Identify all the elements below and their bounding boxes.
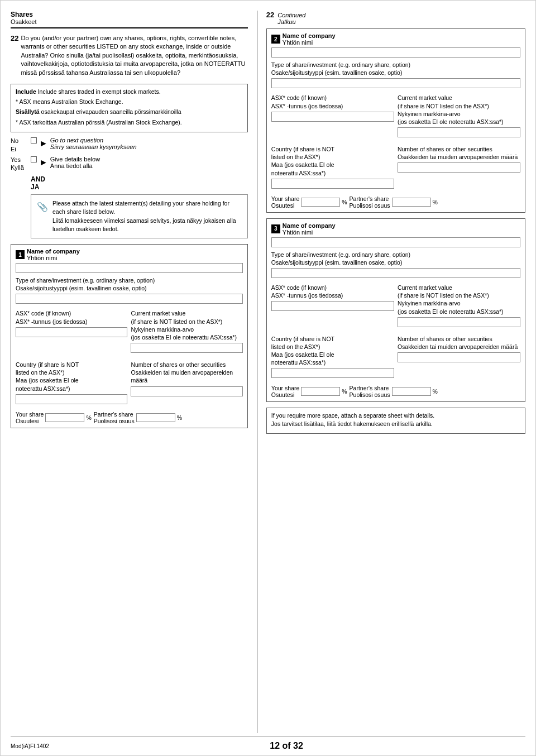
extra-space-note: If you require more space, attach a sepa… xyxy=(266,408,525,433)
footer-code: Mod(iA)FI.1402 xyxy=(11,743,49,749)
info-line2: * ASX means Australian Stock Exchange. xyxy=(16,98,243,106)
company1-country-label: Country (if share is NOT listed on the A… xyxy=(16,361,127,393)
page-footer: Mod(iA)FI.1402 12 of 32 xyxy=(11,736,525,751)
company2-market-value-label: Current market value (if share is NOT li… xyxy=(398,94,520,126)
company2-market-value-input[interactable] xyxy=(398,127,520,137)
company2-country-label: Country (if share is NOT listed on the A… xyxy=(271,145,394,177)
paperclip-icon: 📎 xyxy=(37,200,48,213)
company1-partners-share-sublabel: Puolisosi osuus xyxy=(94,418,135,424)
arrow-icon-yes: ► xyxy=(39,157,48,168)
company2-block: 2 Name of company Yhtiön nimi Type of sh… xyxy=(266,28,525,213)
company3-country-shares-row: Country (if share is NOT listed on the A… xyxy=(271,333,520,382)
company3-market-value-input[interactable] xyxy=(398,317,520,327)
company3-pct1: % xyxy=(342,388,347,395)
no-label: No xyxy=(11,137,31,145)
company2-partners-share-input[interactable] xyxy=(392,198,431,207)
company1-num-shares-input[interactable] xyxy=(131,386,242,396)
right-column: 22 Continued Jatkuu 2 Name of company Yh… xyxy=(257,11,525,733)
company2-pct1: % xyxy=(342,199,347,205)
q22-text: Do you (and/or your partner) own any sha… xyxy=(21,34,247,77)
company1-asx-market-row: ASX* code (if known) ASX* -tunnus (jos t… xyxy=(16,307,243,356)
company1-block: 1 Name of company Yhtiön nimi Type of sh… xyxy=(11,244,248,428)
section-header: Shares Osakkeet xyxy=(11,11,248,28)
attach-text: Please attach the latest statement(s) de… xyxy=(52,199,242,233)
company1-your-share-sublabel: Osuutesi xyxy=(16,418,44,424)
company2-name-sublabel: Yhtiön nimi xyxy=(283,39,336,46)
company3-block: 3 Name of company Yhtiön nimi Type of sh… xyxy=(266,218,525,403)
company1-name-input[interactable] xyxy=(16,263,243,273)
company2-share-type-input[interactable] xyxy=(271,78,520,88)
company1-market-value-input[interactable] xyxy=(131,343,242,353)
company3-number: 3 xyxy=(271,224,280,233)
company1-asx-label: ASX* code (if known) ASX* -tunnus (jos t… xyxy=(16,309,127,325)
left-column: Shares Osakkeet 22 Do you (and/or your p… xyxy=(11,11,257,733)
company2-your-share-label: Your share xyxy=(271,195,299,202)
company1-asx-input[interactable] xyxy=(16,327,127,337)
yes-arrow-subtext: Anna tiedot alla xyxy=(50,162,100,169)
right-col-header: 22 Continued Jatkuu xyxy=(266,11,525,25)
company2-num-shares-label: Number of shares or other securities Osa… xyxy=(398,145,520,161)
company2-number: 2 xyxy=(271,35,280,44)
right-q22-number: 22 xyxy=(266,11,274,19)
yes-arrow-text: Give details below xyxy=(50,156,100,162)
company2-country-input[interactable] xyxy=(271,179,394,189)
company1-country-input[interactable] xyxy=(16,394,127,404)
company1-partners-share-input[interactable] xyxy=(136,413,175,422)
company1-num-shares-label: Number of shares or other securities Osa… xyxy=(131,361,242,385)
company3-your-share-input[interactable] xyxy=(301,387,340,396)
company3-share-type-label: Type of share/investment (e.g. ordinary … xyxy=(271,251,520,266)
company1-name-sublabel: Yhtiön nimi xyxy=(27,255,80,261)
company1-country-shares-row: Country (if share is NOT listed on the A… xyxy=(16,358,243,408)
page-indicator: 12 of 32 xyxy=(270,741,303,751)
no-checkbox[interactable] xyxy=(31,137,37,143)
company3-asx-input[interactable] xyxy=(271,301,394,311)
company2-num-shares-input[interactable] xyxy=(398,162,520,173)
no-arrow-subtext: Siirry seuraavaan kysymykseen xyxy=(50,143,137,150)
arrow-icon-no: ► xyxy=(39,138,48,149)
no-option-row: No Ei ► Go to next question Siirry seura… xyxy=(11,137,248,154)
q22-number: 22 xyxy=(11,34,18,42)
company2-partners-share-sublabel: Puolisosi osuus xyxy=(350,202,390,209)
company3-your-share-label: Your share xyxy=(271,385,299,391)
company3-pct2: % xyxy=(433,388,438,395)
company3-num-shares-label: Number of shares or other securities Osa… xyxy=(398,335,520,351)
and-block: AND JA xyxy=(31,175,248,191)
attach-box: 📎 Please attach the latest statement(s) … xyxy=(31,194,248,238)
company2-asx-market-row: ASX* code (if known) ASX* -tunnus (jos t… xyxy=(271,92,520,141)
company2-name-input[interactable] xyxy=(271,47,520,58)
no-sublabel: Ei xyxy=(11,145,31,154)
company3-country-label: Country (if share is NOT listed on the A… xyxy=(271,335,394,367)
company2-asx-label: ASX* code (if known) ASX* -tunnus (jos t… xyxy=(271,94,394,109)
company2-your-share-input[interactable] xyxy=(301,198,340,207)
company2-partners-share-label: Partner's share xyxy=(350,195,390,202)
company3-asx-label: ASX* code (if known) ASX* -tunnus (jos t… xyxy=(271,284,394,299)
info-line4: * ASX tarkoittaa Australian pörssiä (Aus… xyxy=(16,118,243,127)
section-title: Shares xyxy=(11,11,248,18)
company3-share-type-input[interactable] xyxy=(271,268,520,278)
company3-country-input[interactable] xyxy=(271,368,394,378)
company2-asx-input[interactable] xyxy=(271,112,394,122)
company2-header: 2 Name of company Yhtiön nimi xyxy=(271,32,520,46)
yes-label: Yes xyxy=(11,156,31,164)
continued-label: Continued xyxy=(277,12,305,18)
company2-share-type-label: Type of share/investment (e.g. ordinary … xyxy=(271,61,520,76)
jatkuu-label: Jatkuu xyxy=(277,18,295,25)
yes-option-row: Yes Kyllä ► Give details below Anna tied… xyxy=(11,156,248,173)
yes-checkbox[interactable] xyxy=(31,156,37,162)
company3-name-input[interactable] xyxy=(271,237,520,247)
company3-partners-share-sublabel: Puolisosi osuus xyxy=(350,391,390,398)
company1-share-type-input[interactable] xyxy=(16,294,243,304)
company1-your-share-input[interactable] xyxy=(45,413,84,422)
company3-partners-share-input[interactable] xyxy=(392,387,431,396)
company3-your-share-sublabel: Osuutesi xyxy=(271,391,299,398)
company3-header: 3 Name of company Yhtiön nimi xyxy=(271,222,520,236)
info-box: Include Include shares traded in exempt … xyxy=(11,84,248,132)
company1-share-row: Your share Osuutesi % Partner's share Pu… xyxy=(16,411,243,424)
company3-num-shares-input[interactable] xyxy=(398,352,520,362)
company3-market-value-label: Current market value (if share is NOT li… xyxy=(398,284,520,315)
company1-header: 1 Name of company Yhtiön nimi xyxy=(16,248,243,261)
main-columns: Shares Osakkeet 22 Do you (and/or your p… xyxy=(11,11,525,733)
company2-name-label: Name of company xyxy=(283,32,336,39)
ja-label: JA xyxy=(31,183,248,191)
company3-share-row: Your share Osuutesi % Partner's share Pu… xyxy=(271,385,520,398)
